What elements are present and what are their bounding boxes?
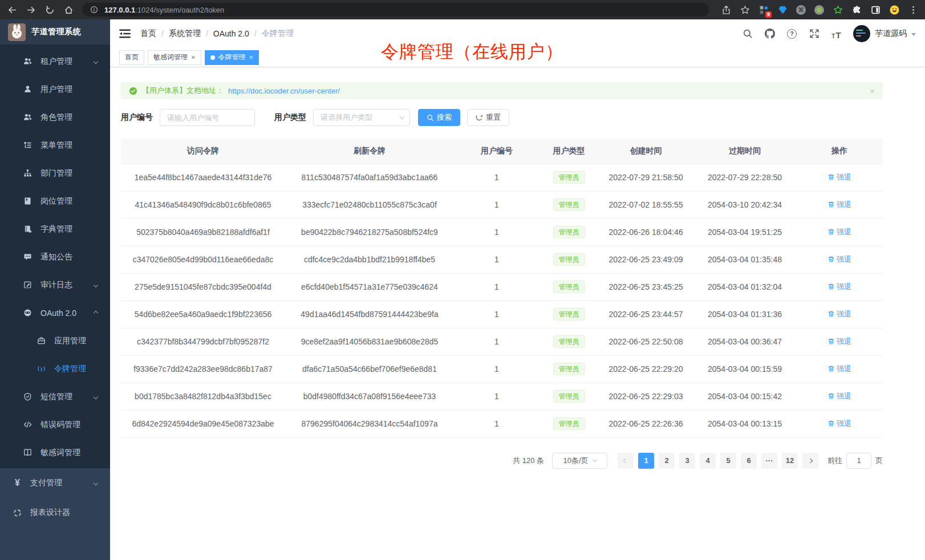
page-button-2[interactable]: 2	[659, 453, 675, 469]
sidebar-item-dict[interactable]: 字典管理	[0, 215, 110, 243]
font-size-icon[interactable]: TT	[831, 29, 842, 39]
edit-icon	[23, 281, 33, 289]
prev-page-button[interactable]	[618, 453, 634, 469]
sidebar-item-post[interactable]: 岗位管理	[0, 187, 110, 215]
breadcrumb-item[interactable]: 首页	[140, 29, 156, 39]
tab-close-icon[interactable]: ×	[191, 54, 196, 61]
force-logout-button[interactable]: 强退	[827, 364, 851, 374]
sidebar-item-oauth[interactable]: OAuth 2.0	[0, 299, 110, 327]
tab-敏感词管理[interactable]: 敏感词管理×	[148, 50, 201, 65]
goto-page-input[interactable]	[846, 453, 871, 469]
info-icon[interactable]	[89, 5, 99, 15]
share-icon[interactable]	[721, 5, 731, 15]
sidebar-group-root: ¥支付管理报表设计器	[0, 468, 110, 527]
back-icon[interactable]	[7, 5, 17, 15]
app-logo-bar[interactable]: 芋道管理系统	[0, 19, 110, 44]
alert-close-icon[interactable]: ×	[870, 86, 875, 96]
user-type-cell: 管理员	[539, 383, 598, 410]
table-row: b0d1785bc3a8482f812db4a3f3bd15ecb0df4980…	[121, 383, 883, 410]
sidebar-item-oauth-app[interactable]: 应用管理	[0, 327, 110, 355]
forward-icon[interactable]	[26, 5, 36, 15]
next-page-button[interactable]	[802, 453, 818, 469]
force-logout-button[interactable]: 强退	[827, 391, 851, 401]
search-button[interactable]: 搜索	[418, 109, 460, 126]
page-button-5[interactable]: 5	[720, 453, 736, 469]
sidebar-item-dept[interactable]: 部门管理	[0, 159, 110, 187]
force-logout-button[interactable]: 强退	[827, 254, 851, 265]
navbar: 首页/系统管理/OAuth 2.0/令牌管理 ? TT 芋道源码	[110, 19, 925, 48]
column-header: 访问令牌	[121, 139, 285, 164]
sidebar-item-sms[interactable]: 短信管理	[0, 383, 110, 411]
user-id-input[interactable]	[160, 109, 255, 126]
chevron-down-icon	[94, 394, 98, 399]
search-icon[interactable]	[742, 29, 753, 39]
doc-link[interactable]: https://doc.iocoder.cn/user-center/	[228, 87, 340, 95]
force-logout-button[interactable]: 强退	[827, 200, 851, 210]
tab-首页[interactable]: 首页	[119, 50, 144, 65]
breadcrumb-item[interactable]: 系统管理	[169, 29, 201, 39]
address-bar[interactable]: 127.0.0.1:1024/system/oauth2/token	[82, 3, 709, 17]
page-button-6[interactable]: 6	[741, 453, 757, 469]
force-logout-button[interactable]: 强退	[827, 282, 851, 292]
sidebar-item-sensitive[interactable]: 敏感词管理	[0, 439, 110, 466]
green-star-extension-icon[interactable]	[833, 5, 843, 15]
page-button-4[interactable]: 4	[700, 453, 716, 469]
action-cell: 强退	[796, 301, 883, 328]
sidebar-item-tenant[interactable]: 租户管理	[0, 47, 110, 75]
chevron-down-icon	[94, 59, 98, 63]
sidebar-item-oauth-token[interactable]: 令牌管理	[0, 355, 110, 383]
sidebar-item-errcode[interactable]: 错误码管理	[0, 411, 110, 439]
force-logout-button[interactable]: 强退	[827, 172, 851, 182]
gem-extension-icon[interactable]	[777, 5, 788, 15]
home-icon[interactable]	[63, 5, 74, 15]
more-pages-button[interactable]: ···	[761, 453, 777, 469]
profile-avatar-icon[interactable]	[889, 5, 899, 15]
force-logout-button[interactable]: 强退	[827, 419, 851, 429]
command-extension-icon[interactable]: ⌘	[796, 5, 806, 15]
sidebar-item-user[interactable]: 用户管理	[0, 75, 110, 103]
page-content: 【用户体系】文档地址： https://doc.iocoder.cn/user-…	[110, 67, 925, 560]
hamburger-icon[interactable]	[119, 29, 131, 38]
record-extension-icon[interactable]	[814, 5, 824, 15]
user-id-cell: 1	[454, 164, 539, 191]
action-cell: 强退	[796, 383, 883, 410]
create-time-cell: 2022-06-25 23:49:09	[598, 246, 693, 273]
page-size-select[interactable]: 10条/页	[552, 453, 607, 469]
sidebar-item-role[interactable]: 角色管理	[0, 103, 110, 131]
fullscreen-icon[interactable]	[809, 29, 819, 39]
puzzle-icon[interactable]	[851, 5, 862, 15]
force-logout-button[interactable]: 强退	[827, 309, 851, 319]
sidebar-item-menu[interactable]: 菜单管理	[0, 131, 110, 159]
bookmark-star-icon[interactable]	[740, 5, 750, 15]
user-id-label: 用户编号	[121, 112, 153, 123]
trash-icon	[827, 310, 835, 318]
user-id-cell: 1	[454, 191, 539, 218]
sidebar-item-pay[interactable]: ¥支付管理	[0, 468, 110, 498]
page-button-1[interactable]: 1	[638, 453, 654, 469]
user-type-select[interactable]: 请选择用户类型	[313, 109, 410, 126]
user-menu[interactable]: 芋道源码	[853, 25, 916, 42]
tab-close-icon[interactable]: ×	[249, 54, 254, 61]
force-logout-button[interactable]: 强退	[827, 336, 851, 347]
github-icon[interactable]	[764, 29, 775, 39]
robot-icon	[23, 309, 33, 317]
help-icon[interactable]: ?	[786, 29, 797, 39]
extension-grid-icon[interactable]: 9	[758, 5, 769, 15]
browser-menu-icon[interactable]	[908, 5, 918, 15]
tab-令牌管理[interactable]: 令牌管理×	[205, 50, 259, 65]
table-header-row: 访问令牌刷新令牌用户编号用户类型创建时间过期时间操作	[121, 139, 883, 164]
user-type-tag: 管理员	[553, 171, 585, 184]
page-button-3[interactable]: 3	[679, 453, 695, 469]
breadcrumb-item[interactable]: OAuth 2.0	[213, 29, 249, 38]
chevron-down-icon	[400, 114, 404, 119]
sidebar-item-report[interactable]: 报表设计器	[0, 498, 110, 527]
trash-icon	[827, 173, 835, 181]
column-header: 用户类型	[539, 139, 598, 164]
reload-icon[interactable]	[44, 5, 55, 15]
split-view-icon[interactable]	[870, 5, 881, 15]
force-logout-button[interactable]: 强退	[827, 227, 851, 237]
sidebar-item-notice[interactable]: 通知公告	[0, 243, 110, 271]
page-button-12[interactable]: 12	[782, 453, 798, 469]
reset-button[interactable]: 重置	[467, 109, 509, 126]
sidebar-item-audit[interactable]: 审计日志	[0, 271, 110, 299]
